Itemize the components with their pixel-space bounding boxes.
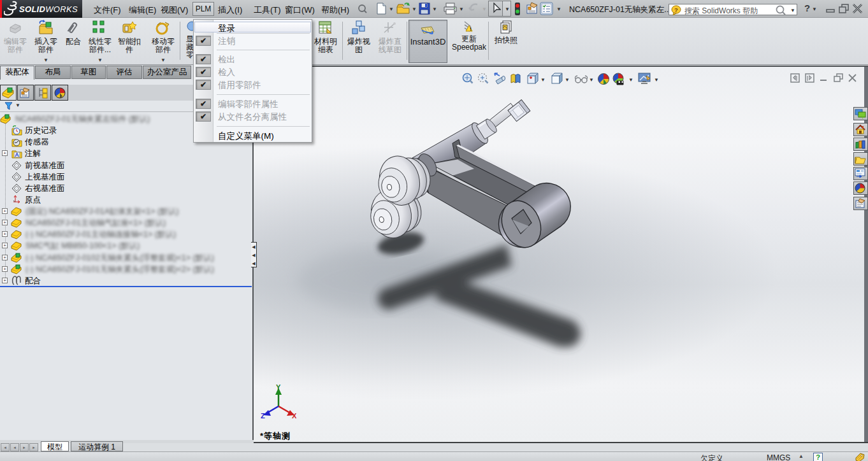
svg-text:!: ! bbox=[470, 26, 472, 32]
svg-text:A: A bbox=[15, 152, 19, 158]
svg-text:Z: Z bbox=[261, 412, 265, 420]
svg-text:?: ? bbox=[816, 453, 820, 461]
svg-text:Y: Y bbox=[276, 383, 281, 391]
svg-text:X: X bbox=[292, 412, 297, 420]
svg-text:?: ? bbox=[674, 6, 678, 13]
